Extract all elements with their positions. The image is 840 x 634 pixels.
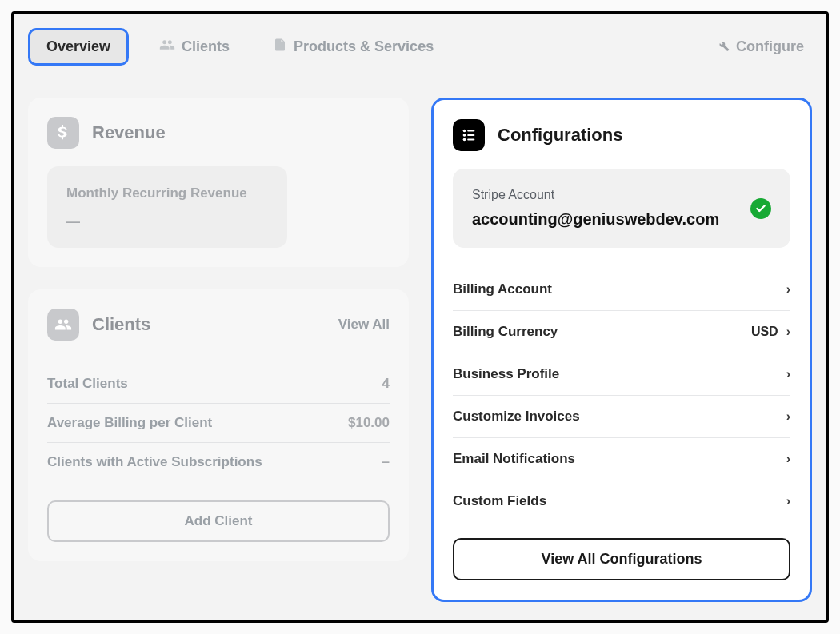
configurations-panel: Configurations Stripe Account accounting… <box>431 98 812 602</box>
stripe-account-box[interactable]: Stripe Account accounting@geniuswebdev.c… <box>453 169 790 248</box>
add-client-button[interactable]: Add Client <box>47 500 390 542</box>
clients-card: Clients View All Total Clients 4 Average… <box>28 289 409 561</box>
tab-clients-label: Clients <box>182 38 230 55</box>
content-area: Revenue Monthly Recurring Revenue — Clie… <box>14 66 826 616</box>
stripe-email: accounting@geniuswebdev.com <box>472 210 741 229</box>
tab-products[interactable]: Products & Services <box>260 30 446 64</box>
mrr-label: Monthly Recurring Revenue <box>66 184 268 203</box>
config-row-label: Business Profile <box>453 366 559 382</box>
config-row-label: Custom Fields <box>453 493 546 509</box>
products-icon <box>273 38 287 56</box>
svg-point-0 <box>463 130 466 133</box>
wrench-icon <box>715 38 730 56</box>
stat-row: Clients with Active Subscriptions – <box>47 442 390 481</box>
tab-clients[interactable]: Clients <box>146 29 242 65</box>
config-row-email-notifications[interactable]: Email Notifications › <box>453 438 790 480</box>
stat-label: Clients with Active Subscriptions <box>47 454 262 470</box>
config-row-label: Billing Currency <box>453 324 558 340</box>
config-row-customize-invoices[interactable]: Customize Invoices › <box>453 396 790 438</box>
config-row-label: Billing Account <box>453 281 552 297</box>
config-row-value: USD <box>751 325 778 339</box>
config-row-billing-account[interactable]: Billing Account › <box>453 269 790 311</box>
config-row-business-profile[interactable]: Business Profile › <box>453 353 790 396</box>
svg-rect-5 <box>467 139 474 141</box>
chevron-right-icon: › <box>786 494 790 508</box>
topbar: Overview Clients Products & Services Con… <box>14 14 826 66</box>
config-row-label: Email Notifications <box>453 451 575 467</box>
stat-row: Total Clients 4 <box>47 365 390 403</box>
svg-point-4 <box>463 138 466 142</box>
tab-overview-label: Overview <box>46 38 110 55</box>
view-all-configurations-label: View All Configurations <box>541 551 702 567</box>
stat-label: Total Clients <box>47 376 128 392</box>
stat-value: 4 <box>382 376 390 392</box>
configure-link[interactable]: Configure <box>715 38 812 56</box>
app-frame: Overview Clients Products & Services Con… <box>11 11 829 623</box>
clients-view-all[interactable]: View All <box>338 317 390 333</box>
tab-overview[interactable]: Overview <box>28 28 129 66</box>
left-column: Revenue Monthly Recurring Revenue — Clie… <box>28 98 409 602</box>
add-client-label: Add Client <box>185 513 253 528</box>
view-all-configurations-button[interactable]: View All Configurations <box>453 538 790 580</box>
config-row-label: Customize Invoices <box>453 409 580 425</box>
clients-card-icon <box>47 309 79 341</box>
clients-stats: Total Clients 4 Average Billing per Clie… <box>47 365 390 481</box>
clients-icon <box>159 37 175 57</box>
right-column: Configurations Stripe Account accounting… <box>431 98 812 602</box>
chevron-right-icon: › <box>786 367 790 381</box>
mrr-card: Monthly Recurring Revenue — <box>47 166 287 248</box>
configurations-title: Configurations <box>498 125 622 146</box>
stat-value: – <box>382 454 390 470</box>
stripe-label: Stripe Account <box>472 188 741 202</box>
revenue-card: Revenue Monthly Recurring Revenue — <box>28 98 409 267</box>
chevron-right-icon: › <box>786 282 790 297</box>
check-icon <box>750 198 771 219</box>
configurations-icon <box>453 119 485 151</box>
revenue-title: Revenue <box>92 122 166 143</box>
tab-products-label: Products & Services <box>294 38 434 55</box>
svg-rect-1 <box>467 130 474 132</box>
svg-point-2 <box>463 134 466 137</box>
stat-value: $10.00 <box>348 415 390 431</box>
config-row-billing-currency[interactable]: Billing Currency USD › <box>453 311 790 353</box>
chevron-right-icon: › <box>786 409 790 424</box>
mrr-value: — <box>66 214 268 230</box>
dollar-icon <box>47 117 79 149</box>
configure-label: Configure <box>736 38 804 55</box>
stat-row: Average Billing per Client $10.00 <box>47 403 390 442</box>
chevron-right-icon: › <box>786 452 790 466</box>
chevron-right-icon: › <box>786 325 790 339</box>
clients-title: Clients <box>92 314 150 335</box>
config-row-custom-fields[interactable]: Custom Fields › <box>453 480 790 522</box>
svg-rect-3 <box>467 134 474 136</box>
stat-label: Average Billing per Client <box>47 415 212 431</box>
